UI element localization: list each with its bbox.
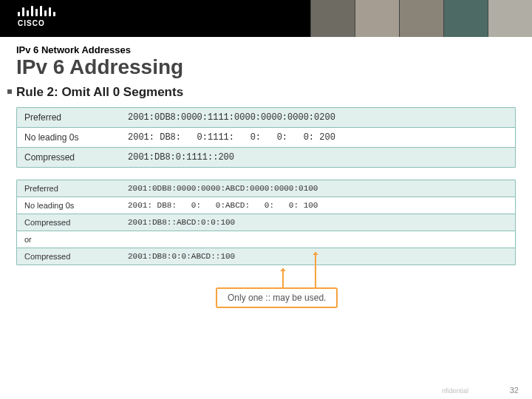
table-row: Compressed 2001:DB8::ABCD:0:0:100 [17,214,515,231]
row-value: 2001: DB8: 0: 0:ABCD: 0: 0: 100 [120,197,515,214]
row-label: Preferred [17,108,120,127]
breadcrumb: IPv 6 Network Addresses [16,44,532,55]
row-label: No leading 0s [17,197,120,214]
table-row: or [17,231,515,248]
example-2-table: Preferred 2001:0DB8:0000:0000:ABCD:0000:… [16,180,516,265]
arrow-icon [315,252,316,287]
row-label: Preferred [17,180,120,197]
callout-box: Only one :: may be used. [216,287,338,308]
table-row: Preferred 2001:0DB8:0000:1111:0000:0000:… [17,108,515,127]
row-label: No leading 0s [17,128,120,147]
table-row: Compressed 2001:DB8:0:1111::200 [17,147,515,167]
cisco-logo-text: CISCO [18,19,81,27]
banner-photo [399,0,443,37]
table-row: No leading 0s 2001: DB8: 0:1111: 0: 0: 0… [17,127,515,147]
table-row: Preferred 2001:0DB8:0000:0000:ABCD:0000:… [17,180,515,197]
row-label: Compressed [17,248,120,265]
rule-heading: Rule 2: Omit All 0 Segments [16,85,532,100]
banner-photo-strip [310,0,532,37]
example-1-table: Preferred 2001:0DB8:0000:1111:0000:0000:… [16,107,516,168]
row-label: Compressed [17,148,120,167]
cisco-logo-bars-icon [18,4,81,16]
callout-area: Only one :: may be used. [16,277,516,308]
row-value: 2001: DB8: 0:1111: 0: 0: 0: 200 [120,128,515,147]
banner-photo [443,0,488,37]
top-banner: CISCO [0,0,532,37]
table-row: Compressed 2001:DB8:0:0:ABCD::100 [17,248,515,265]
cisco-logo: CISCO [0,0,81,37]
row-value: 2001:0DB8:0000:1111:0000:0000:0000:0200 [120,108,515,127]
banner-photo [488,0,532,37]
row-label: Compressed [17,214,120,231]
row-value: 2001:DB8:0:1111::200 [120,148,515,167]
row-value: 2001:DB8::ABCD:0:0:100 [120,214,515,231]
row-value: 2001:0DB8:0000:0000:ABCD:0000:0000:0100 [120,180,515,197]
banner-photo [355,0,399,37]
arrow-icon [282,268,284,287]
row-label: or [17,231,120,248]
examples-area: Preferred 2001:0DB8:0000:1111:0000:0000:… [16,107,516,308]
footer-confidential: nfidential [442,387,468,395]
row-value [120,231,515,248]
banner-photo [310,0,355,37]
table-row: No leading 0s 2001: DB8: 0: 0:ABCD: 0: 0… [17,197,515,214]
page-number: 32 [510,386,519,395]
page-title: IPv 6 Addressing [16,55,532,79]
